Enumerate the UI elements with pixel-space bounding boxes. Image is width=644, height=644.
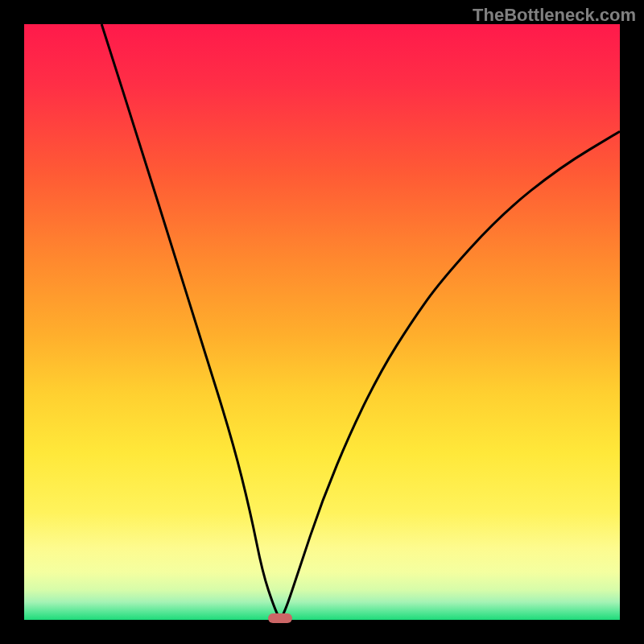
- optimal-point-marker: [268, 613, 292, 623]
- bottleneck-curve: [24, 24, 620, 620]
- chart-container: TheBottleneck.com: [0, 0, 644, 644]
- watermark-text: TheBottleneck.com: [473, 5, 636, 26]
